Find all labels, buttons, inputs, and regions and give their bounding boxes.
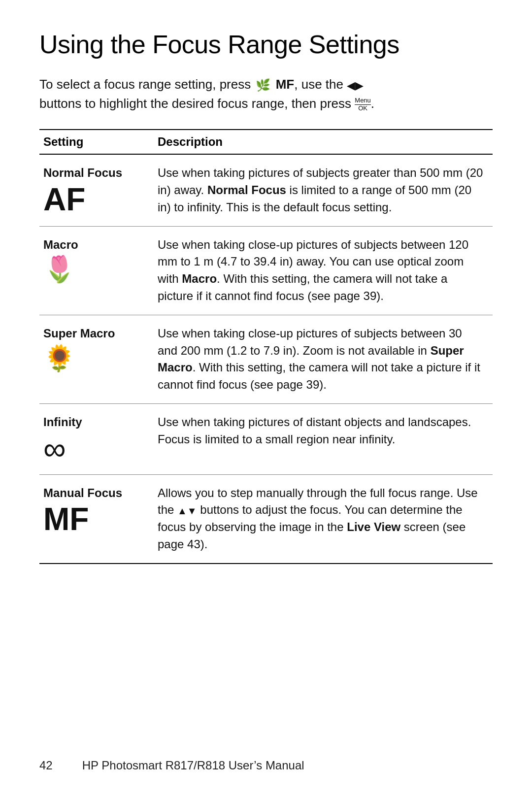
intro-part3: buttons to highlight the desired focus r…	[39, 96, 351, 111]
manual-focus-symbol: MF	[43, 503, 150, 535]
super-macro-description: Use when taking close-up pictures of sub…	[158, 315, 493, 403]
page-title: Using the Focus Range Settings	[39, 30, 493, 59]
col-description-header: Description	[158, 130, 493, 154]
super-macro-symbol: 🌻	[43, 344, 150, 372]
setting-cell-infinity: Infinity ∞	[39, 403, 158, 474]
table-row: Macro 🌷 Use when taking close-up picture…	[39, 226, 493, 315]
normal-focus-symbol: AF	[43, 184, 150, 215]
intro-part1: To select a focus range setting, press	[39, 77, 251, 92]
normal-focus-description: Use when taking pictures of subjects gre…	[158, 154, 493, 226]
macro-symbol: 🌷	[43, 255, 150, 283]
manual-focus-description: Allows you to step manually through the …	[158, 474, 493, 564]
setting-cell-manual-focus: Manual Focus MF	[39, 474, 158, 564]
super-macro-name: Super Macro	[43, 325, 150, 342]
table-row: Infinity ∞ Use when taking pictures of d…	[39, 403, 493, 474]
table-row: Normal Focus AF Use when taking pictures…	[39, 154, 493, 226]
manual-focus-name: Manual Focus	[43, 485, 150, 502]
infinity-name: Infinity	[43, 414, 150, 431]
mf-button-icon: 🌿	[256, 76, 270, 94]
table-row: Super Macro 🌻 Use when taking close-up p…	[39, 315, 493, 403]
intro-paragraph: To select a focus range setting, press 🌿…	[39, 75, 493, 113]
footer: 42 HP Photosmart R817/R818 User’s Manual	[39, 759, 493, 772]
mf-bold-label: MF	[276, 77, 295, 92]
macro-description: Use when taking close-up pictures of sub…	[158, 226, 493, 315]
footer-manual-text: HP Photosmart R817/R818 User’s Manual	[82, 759, 304, 772]
macro-name: Macro	[43, 236, 150, 254]
lr-arrows: ◀▶	[347, 77, 364, 94]
setting-cell-super-macro: Super Macro 🌻	[39, 315, 158, 403]
setting-cell-macro: Macro 🌷	[39, 226, 158, 315]
table-header-row: Setting Description	[39, 130, 493, 154]
setting-cell-normal-focus: Normal Focus AF	[39, 154, 158, 226]
settings-table: Setting Description Normal Focus AF Use …	[39, 129, 493, 564]
menu-ok-label: Menu OK	[355, 97, 371, 112]
normal-focus-name: Normal Focus	[43, 165, 150, 182]
footer-page-number: 42	[39, 759, 53, 772]
table-row: Manual Focus MF Allows you to step manua…	[39, 474, 493, 564]
intro-part2: use the	[301, 77, 347, 92]
col-setting-header: Setting	[39, 130, 158, 154]
infinity-symbol: ∞	[43, 433, 150, 465]
infinity-description: Use when taking pictures of distant obje…	[158, 403, 493, 474]
